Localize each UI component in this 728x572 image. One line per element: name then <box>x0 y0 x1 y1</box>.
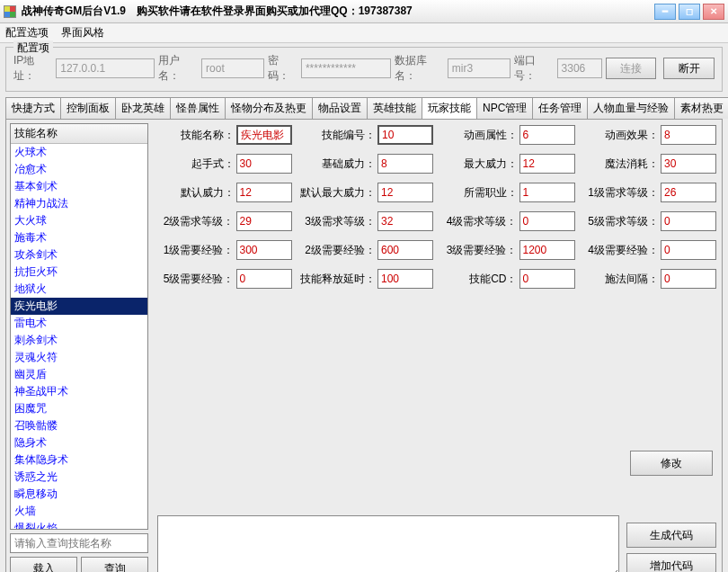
pass-label: 密码： <box>268 53 297 84</box>
field: 技能名称： <box>157 125 292 145</box>
titlebar: 战神传奇GM后台V1.9 购买软件请在软件登录界面购买或加代理QQ：197387… <box>0 0 728 23</box>
field-input[interactable] <box>661 211 716 231</box>
tab-8[interactable]: NPC管理 <box>476 97 533 119</box>
field-input[interactable] <box>519 125 575 145</box>
field-input[interactable] <box>236 211 292 231</box>
field-input[interactable] <box>661 125 716 145</box>
list-item[interactable]: 诱惑之光 <box>11 469 147 486</box>
user-input[interactable] <box>201 58 264 78</box>
list-item[interactable]: 雷电术 <box>11 315 147 332</box>
gencode-button[interactable]: 生成代码 <box>626 523 716 548</box>
field-input[interactable] <box>377 211 433 231</box>
list-item[interactable]: 隐身术 <box>11 434 147 451</box>
field: 动画效果： <box>582 125 717 145</box>
field: 最大威力： <box>440 154 575 174</box>
tab-9[interactable]: 任务管理 <box>532 97 588 119</box>
pass-input[interactable] <box>301 58 391 78</box>
list-item[interactable]: 冶愈术 <box>11 161 147 178</box>
right-column: 技能名称：技能编号：动画属性：动画效果：起手式：基础威力：最大威力：魔法消耗：默… <box>152 120 722 572</box>
field-label: 4级需求等级： <box>447 214 518 229</box>
field-label: 技能释放延时： <box>300 272 376 287</box>
field-input[interactable] <box>236 183 292 202</box>
field-label: 基础威力： <box>322 156 376 172</box>
menu-style[interactable]: 界面风格 <box>61 25 104 40</box>
menu-config[interactable]: 配置选项 <box>5 25 49 40</box>
port-input[interactable] <box>557 58 602 78</box>
search-input[interactable] <box>10 533 148 553</box>
field-input[interactable] <box>377 240 433 260</box>
field-input[interactable] <box>519 211 575 231</box>
tab-7[interactable]: 玩家技能 <box>422 97 477 119</box>
list-item[interactable]: 精神力战法 <box>11 195 147 212</box>
close-button[interactable]: ✕ <box>703 4 724 20</box>
field: 3级需要经验： <box>440 240 575 260</box>
list-item[interactable]: 神圣战甲术 <box>11 383 147 400</box>
field-input[interactable] <box>377 269 433 289</box>
config-group: 配置项 IP地址： 用户名： 密码： 数据库名： 端口号： 连接 断开 <box>5 47 723 92</box>
field-input[interactable] <box>519 240 575 260</box>
tab-5[interactable]: 物品设置 <box>312 97 368 119</box>
list-item[interactable]: 基本剑术 <box>11 178 147 195</box>
field: 1级需求等级： <box>582 183 717 202</box>
field-input[interactable] <box>661 154 716 174</box>
load-button[interactable]: 载入 <box>10 557 77 572</box>
field-input[interactable] <box>236 269 292 289</box>
field-input[interactable] <box>377 154 433 174</box>
list-item[interactable]: 攻杀剑术 <box>11 246 147 264</box>
field-input[interactable] <box>519 154 575 174</box>
list-item[interactable]: 灵魂火符 <box>11 349 147 366</box>
list-item[interactable]: 召唤骷髅 <box>11 417 147 434</box>
app-icon <box>4 5 16 18</box>
field: 4级需求等级： <box>440 211 575 231</box>
field-label: 5级需求等级： <box>588 214 659 229</box>
maximize-button[interactable]: ◻ <box>679 4 700 20</box>
db-input[interactable] <box>448 58 510 78</box>
field-input[interactable] <box>377 125 433 145</box>
list-item[interactable]: 困魔咒 <box>11 400 147 417</box>
field-input[interactable] <box>236 240 292 260</box>
field-input[interactable] <box>519 183 575 202</box>
field-input[interactable] <box>661 269 716 289</box>
list-item[interactable]: 爆裂火焰 <box>11 520 147 530</box>
output-textarea[interactable] <box>157 515 619 572</box>
list-item[interactable]: 抗拒火环 <box>11 264 147 281</box>
list-item[interactable]: 瞬息移动 <box>11 486 147 503</box>
tab-0[interactable]: 快捷方式 <box>5 97 61 119</box>
list-item[interactable]: 刺杀剑术 <box>11 332 147 349</box>
list-item[interactable]: 火墙 <box>11 503 147 520</box>
tab-11[interactable]: 素材热更 <box>674 97 728 119</box>
addcode-button[interactable]: 增加代码 <box>626 553 716 572</box>
field-input[interactable] <box>661 183 716 202</box>
field-input[interactable] <box>377 183 433 202</box>
field-input[interactable] <box>661 240 716 260</box>
tab-6[interactable]: 英雄技能 <box>367 97 422 119</box>
field-label: 1级需求等级： <box>588 185 659 201</box>
list-item[interactable]: 火球术 <box>11 144 147 161</box>
field: 默认威力： <box>157 183 292 202</box>
modify-button[interactable]: 修改 <box>630 451 713 476</box>
query-button[interactable]: 查询 <box>81 557 148 572</box>
minimize-button[interactable]: ━ <box>654 4 676 20</box>
field-input[interactable] <box>519 269 575 289</box>
tab-bar: 快捷方式控制面板卧龙英雄怪兽属性怪物分布及热更物品设置英雄技能玩家技能NPC管理… <box>5 97 723 119</box>
list-item[interactable]: 施毒术 <box>11 229 147 246</box>
ip-input[interactable] <box>56 58 155 78</box>
field-input[interactable] <box>236 125 292 145</box>
list-item[interactable]: 幽灵盾 <box>11 366 147 383</box>
field-input[interactable] <box>236 154 292 174</box>
field: 技能编号： <box>299 125 434 145</box>
tab-4[interactable]: 怪物分布及热更 <box>225 97 313 119</box>
disconnect-button[interactable]: 断开 <box>663 58 715 79</box>
skill-listbox[interactable]: 技能名称 火球术冶愈术基本剑术精神力战法大火球施毒术攻杀剑术抗拒火环地狱火疾光电… <box>10 123 148 530</box>
tab-1[interactable]: 控制面板 <box>60 97 116 119</box>
list-item[interactable]: 集体隐身术 <box>11 451 147 469</box>
app-subtitle: 购买软件请在软件登录界面购买或加代理QQ：197387387 <box>137 4 654 19</box>
field-label: 技能编号： <box>322 128 376 143</box>
tab-10[interactable]: 人物血量与经验 <box>587 97 675 119</box>
tab-3[interactable]: 怪兽属性 <box>170 97 226 119</box>
list-item[interactable]: 疾光电影 <box>11 298 147 315</box>
list-item[interactable]: 大火球 <box>11 212 147 229</box>
connect-button[interactable]: 连接 <box>606 58 657 79</box>
tab-2[interactable]: 卧龙英雄 <box>115 97 171 119</box>
list-item[interactable]: 地狱火 <box>11 281 147 298</box>
